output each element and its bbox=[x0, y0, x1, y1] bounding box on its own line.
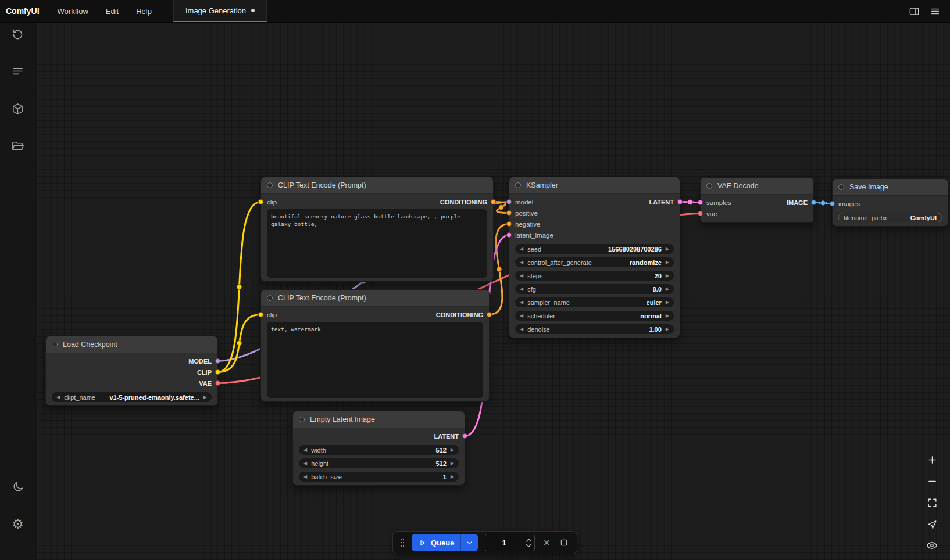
spinner-down-icon[interactable] bbox=[526, 544, 532, 547]
increment-arrow-icon[interactable]: ▶ bbox=[451, 461, 454, 466]
toggle-panel-button[interactable] bbox=[906, 3, 922, 19]
widget-control_after_generate[interactable]: ◀control_after_generaterandomize▶ bbox=[515, 257, 674, 267]
increment-arrow-icon[interactable]: ▶ bbox=[666, 300, 669, 305]
queue-toolbar: Queue 1 × bbox=[392, 531, 577, 554]
input-slot-clip[interactable] bbox=[258, 199, 263, 204]
collapse-toggle[interactable] bbox=[706, 183, 712, 189]
link-midpoint-dot[interactable] bbox=[688, 200, 693, 205]
node-clip_pos[interactable]: CLIP Text Encode (Prompt)clipCONDITIONIN… bbox=[260, 177, 494, 282]
zoom-out-button[interactable] bbox=[926, 475, 938, 487]
decrement-arrow-icon[interactable]: ◀ bbox=[520, 247, 523, 252]
output-slot-CONDITIONING[interactable] bbox=[491, 199, 496, 204]
menu-help[interactable]: Help bbox=[127, 0, 160, 22]
decrement-arrow-icon[interactable]: ◀ bbox=[520, 314, 523, 318]
decrement-arrow-icon[interactable]: ◀ bbox=[520, 287, 523, 292]
collapse-toggle[interactable] bbox=[267, 295, 273, 301]
increment-arrow-icon[interactable]: ▶ bbox=[666, 247, 669, 252]
node-canvas[interactable]: Queue 1 × bbox=[36, 23, 950, 560]
spinner-up-icon[interactable] bbox=[526, 539, 532, 542]
collapse-toggle[interactable] bbox=[515, 182, 521, 188]
widget-batch_size[interactable]: ◀batch_size1▶ bbox=[299, 472, 459, 482]
decrement-arrow-icon[interactable]: ◀ bbox=[520, 274, 523, 278]
toggle-link-visibility-button[interactable] bbox=[926, 539, 938, 552]
increment-arrow-icon[interactable]: ▶ bbox=[666, 314, 669, 318]
node-vae_decode[interactable]: VAE DecodesamplesIMAGEvae bbox=[700, 177, 814, 223]
input-slot-positive[interactable] bbox=[506, 210, 512, 216]
node-empty_latent[interactable]: Empty Latent ImageLATENT◀width512▶◀heigh… bbox=[292, 411, 465, 486]
decrement-arrow-icon[interactable]: ◀ bbox=[303, 461, 307, 466]
increment-arrow-icon[interactable]: ▶ bbox=[666, 274, 669, 278]
zoom-in-button[interactable] bbox=[926, 453, 938, 466]
select-mode-button[interactable] bbox=[926, 518, 938, 530]
output-slot-VAE[interactable] bbox=[215, 380, 220, 386]
output-slot-CLIP[interactable] bbox=[215, 369, 220, 375]
increment-arrow-icon[interactable]: ▶ bbox=[451, 475, 454, 479]
input-slot-clip[interactable] bbox=[258, 312, 263, 317]
widget-sampler_name[interactable]: ◀sampler_nameeuler▶ bbox=[515, 297, 674, 307]
prompt-textarea[interactable]: beautiful scenery nature glass bottle la… bbox=[267, 209, 487, 278]
widget-width[interactable]: ◀width512▶ bbox=[299, 445, 459, 455]
input-slot-negative[interactable] bbox=[506, 221, 512, 227]
menu-workflow[interactable]: Workflow bbox=[49, 0, 97, 22]
decrement-arrow-icon[interactable]: ◀ bbox=[56, 395, 60, 400]
decrement-arrow-icon[interactable]: ◀ bbox=[520, 300, 523, 305]
sidebar-item-queue[interactable] bbox=[6, 60, 30, 83]
widget-scheduler[interactable]: ◀schedulernormal▶ bbox=[515, 311, 674, 321]
link-midpoint-dot[interactable] bbox=[820, 200, 826, 206]
sidebar-item-history[interactable] bbox=[6, 23, 30, 46]
collapse-toggle[interactable] bbox=[299, 417, 305, 422]
increment-arrow-icon[interactable]: ▶ bbox=[666, 287, 669, 292]
sidebar-item-models[interactable] bbox=[6, 97, 30, 120]
menu-edit[interactable]: Edit bbox=[97, 0, 127, 22]
widget-seed[interactable]: ◀seed156680208700286▶ bbox=[515, 244, 674, 254]
input-slot-samples[interactable] bbox=[698, 200, 703, 205]
collapse-toggle[interactable] bbox=[838, 184, 844, 190]
collapse-toggle[interactable] bbox=[52, 342, 58, 347]
input-slot-model[interactable] bbox=[506, 199, 512, 204]
output-slot-IMAGE[interactable] bbox=[811, 200, 816, 205]
widget-height[interactable]: ◀height512▶ bbox=[299, 458, 459, 468]
settings-button[interactable]: ⚙ bbox=[6, 512, 30, 536]
widget-steps[interactable]: ◀steps20▶ bbox=[515, 271, 674, 281]
toolbar-drag-handle[interactable] bbox=[400, 537, 405, 548]
theme-toggle-button[interactable] bbox=[6, 475, 30, 498]
widget-denoise[interactable]: ◀denoise1.00▶ bbox=[515, 324, 674, 334]
prompt-textarea[interactable]: text, watermark bbox=[267, 322, 483, 398]
widget-filename_prefix[interactable]: filename_prefixComfyUI bbox=[838, 213, 942, 222]
queue-options-button[interactable] bbox=[460, 534, 478, 551]
increment-arrow-icon[interactable]: ▶ bbox=[203, 395, 207, 400]
input-slot-vae[interactable] bbox=[698, 211, 703, 216]
collapse-toggle[interactable] bbox=[267, 182, 273, 188]
decrement-arrow-icon[interactable]: ◀ bbox=[303, 475, 307, 479]
input-slot-latent_image[interactable] bbox=[506, 232, 512, 238]
sidebar-item-workflows[interactable] bbox=[6, 134, 30, 157]
node-clip_neg[interactable]: CLIP Text Encode (Prompt)clipCONDITIONIN… bbox=[260, 289, 490, 402]
decrement-arrow-icon[interactable]: ◀ bbox=[303, 448, 307, 453]
increment-arrow-icon[interactable]: ▶ bbox=[666, 260, 669, 265]
widget-ckpt_name[interactable]: ◀ckpt_namev1-5-pruned-emaonly.safete...▶ bbox=[52, 392, 212, 402]
link-midpoint-dot[interactable] bbox=[237, 341, 242, 346]
input-slot-images[interactable] bbox=[830, 201, 835, 206]
decrement-arrow-icon[interactable]: ◀ bbox=[520, 327, 523, 332]
output-slot-CONDITIONING[interactable] bbox=[487, 312, 492, 317]
widget-cfg[interactable]: ◀cfg8.0▶ bbox=[515, 284, 674, 294]
node-load_checkpoint[interactable]: Load CheckpointMODELCLIPVAE◀ckpt_namev1-… bbox=[45, 336, 218, 406]
output-slot-MODEL[interactable] bbox=[215, 358, 220, 364]
fit-view-button[interactable] bbox=[926, 496, 938, 509]
node-save_image[interactable]: Save Imageimagesfilename_prefixComfyUI bbox=[832, 178, 948, 227]
output-slot-LATENT[interactable] bbox=[677, 199, 683, 204]
tab-image-generation[interactable]: Image Generation bbox=[173, 0, 267, 22]
queue-button[interactable]: Queue bbox=[412, 534, 460, 551]
clear-queue-button[interactable]: × bbox=[542, 537, 551, 548]
link-midpoint-dot[interactable] bbox=[497, 267, 502, 272]
node-ksampler[interactable]: KSamplermodelLATENTpositivenegativelaten… bbox=[509, 177, 680, 338]
decrement-arrow-icon[interactable]: ◀ bbox=[520, 260, 523, 265]
link-midpoint-dot[interactable] bbox=[237, 285, 242, 290]
stop-button[interactable] bbox=[558, 538, 570, 547]
link-midpoint-dot[interactable] bbox=[499, 205, 504, 210]
batch-count-spinner[interactable]: 1 bbox=[485, 534, 535, 551]
output-slot-LATENT[interactable] bbox=[462, 433, 467, 439]
main-menu-button[interactable] bbox=[927, 3, 943, 19]
increment-arrow-icon[interactable]: ▶ bbox=[451, 448, 454, 453]
increment-arrow-icon[interactable]: ▶ bbox=[666, 327, 669, 332]
